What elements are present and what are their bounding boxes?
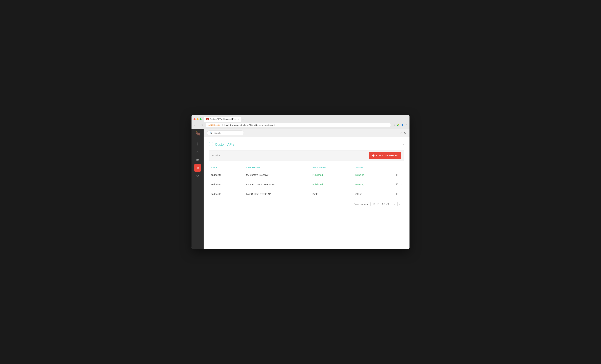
- pagination-next-button[interactable]: ›: [397, 202, 402, 206]
- cell-name: endpoint2: [209, 180, 244, 189]
- profile-button[interactable]: 👤: [401, 124, 404, 126]
- panel-title: Custom APIs: [215, 143, 234, 147]
- search-icon: 🔍: [210, 132, 212, 134]
- rows-per-page-label: Rows per page:: [354, 203, 369, 205]
- cell-description: My Custom Events API: [244, 170, 311, 180]
- minimize-traffic-light[interactable]: [197, 118, 199, 120]
- cell-description: Another Custom Events API: [244, 180, 311, 189]
- browser-tab-active[interactable]: M Custom API's - Moogsoft Expr... ×: [204, 117, 241, 122]
- close-traffic-light[interactable]: [193, 118, 196, 120]
- browser-chrome: M Custom API's - Moogsoft Expr... × + ‹ …: [191, 115, 410, 129]
- cell-actions: ›: [389, 180, 404, 189]
- address-bar[interactable]: ⚠ Not Secure | local.dev.moogsoft.cloud:…: [206, 123, 391, 127]
- svg-text:🐂: 🐂: [195, 131, 200, 137]
- svg-point-9: [211, 145, 211, 146]
- browser-window: M Custom API's - Moogsoft Expr... × + ‹ …: [191, 115, 410, 249]
- tab-close-button[interactable]: ×: [238, 118, 239, 120]
- settings-icon: ⚙: [196, 174, 199, 178]
- column-header-availability: AVAILABILITY: [311, 165, 353, 170]
- forward-button[interactable]: ›: [197, 123, 199, 127]
- svg-point-2: [210, 142, 210, 143]
- cell-availability: Published: [311, 170, 353, 180]
- traffic-lights: [193, 118, 201, 120]
- data-table: NAME DESCRIPTION AVAILABILITY STATUS end…: [209, 165, 404, 199]
- add-button-label: ADD A CUSTOM API: [376, 154, 398, 157]
- svg-point-4: [212, 142, 212, 143]
- browser-tabs: M Custom API's - Moogsoft Expr... × +: [204, 117, 408, 122]
- topbar: 🔍 ? C: [204, 129, 410, 137]
- table-row: endpoint2 Another Custom Events API Publ…: [209, 180, 404, 189]
- panel-close-button[interactable]: ×: [402, 143, 404, 146]
- tab-title: Custom API's - Moogsoft Expr...: [210, 118, 237, 120]
- cell-status: Running: [353, 180, 389, 189]
- navigate-row-button-0[interactable]: ›: [400, 173, 402, 177]
- topbar-actions: ? C: [400, 131, 406, 134]
- warning-icon: ⚠: [208, 124, 210, 126]
- address-url: local.dev.moogsoft.cloud:3001/#/integrat…: [225, 124, 274, 126]
- sidebar-item-metrics[interactable]: ▦: [194, 156, 201, 164]
- search-input[interactable]: [214, 132, 241, 134]
- cell-availability: Published: [311, 180, 353, 189]
- address-divider: |: [222, 124, 223, 127]
- search-box[interactable]: 🔍: [207, 130, 244, 135]
- extensions-button[interactable]: 🧩: [397, 124, 400, 126]
- sidebar-logo[interactable]: 🐂: [195, 131, 200, 137]
- column-header-description: DESCRIPTION: [244, 165, 311, 170]
- navigate-row-button-1[interactable]: ›: [400, 182, 402, 187]
- refresh-button[interactable]: C: [404, 131, 406, 134]
- delete-row-button-1[interactable]: [395, 182, 399, 187]
- back-button[interactable]: ‹: [193, 123, 196, 127]
- panel-grid-icon: [209, 142, 213, 147]
- cell-name: endpoint1: [209, 170, 244, 180]
- filter-label[interactable]: Filter: [215, 154, 221, 157]
- svg-text:M: M: [207, 118, 208, 120]
- pagination-prev-button[interactable]: ‹: [392, 202, 397, 206]
- sidebar-item-settings[interactable]: ⚙: [194, 172, 201, 180]
- cell-status: Running: [353, 170, 389, 180]
- browser-actions: ☆ 🧩 👤 ⋮: [393, 124, 408, 126]
- cell-actions: ›: [389, 170, 404, 180]
- column-header-actions: [389, 165, 404, 170]
- rows-per-page-select[interactable]: 10 25 50: [371, 202, 379, 206]
- rows-per-page-group: Rows per page: 10 25 50: [354, 202, 379, 206]
- security-label: Not Secure: [210, 124, 220, 126]
- menu-button[interactable]: ⋮: [405, 124, 408, 126]
- column-header-name: NAME: [209, 165, 244, 170]
- add-custom-api-button[interactable]: ⊕ ADD A CUSTOM API: [369, 152, 401, 159]
- svg-point-10: [212, 145, 212, 146]
- table-row: endpoint3 Last Custom Events API Draft O…: [209, 189, 404, 199]
- sidebar-item-integrations[interactable]: ⊕: [194, 164, 201, 172]
- filter-icon: ▼: [212, 154, 214, 157]
- sidebar: 🐂 ⣿ △ ▦ ⊕ ⚙: [191, 129, 204, 249]
- sidebar-item-topology[interactable]: ⣿: [194, 140, 201, 148]
- tab-favicon: M: [206, 118, 209, 120]
- help-button[interactable]: ?: [400, 131, 402, 134]
- svg-point-7: [212, 144, 212, 144]
- cell-description: Last Custom Events API: [244, 189, 311, 199]
- integrations-icon: ⊕: [196, 166, 199, 170]
- column-header-status: STATUS: [353, 165, 389, 170]
- navigate-row-button-2[interactable]: ›: [400, 192, 402, 196]
- svg-point-6: [211, 144, 211, 144]
- bookmark-button[interactable]: ☆: [393, 124, 395, 126]
- cell-actions: ›: [389, 189, 404, 199]
- maximize-traffic-light[interactable]: [200, 118, 201, 120]
- filter-input-group: ▼ Filter: [212, 154, 221, 157]
- plus-icon: ⊕: [372, 154, 375, 157]
- table-row: endpoint1 My Custom Events API Published…: [209, 170, 404, 180]
- app-content: 🐂 ⣿ △ ▦ ⊕ ⚙ 🔍: [191, 129, 410, 249]
- new-tab-button[interactable]: +: [241, 118, 245, 122]
- sidebar-item-alerts[interactable]: △: [194, 148, 201, 156]
- table-header-row: NAME DESCRIPTION AVAILABILITY STATUS: [209, 165, 404, 170]
- delete-row-button-0[interactable]: [395, 173, 399, 177]
- delete-row-button-2[interactable]: [395, 192, 399, 197]
- browser-addressbar: ‹ › ↻ ⚠ Not Secure | local.dev.moogsoft.…: [191, 122, 410, 129]
- topology-icon: ⣿: [197, 142, 199, 146]
- panel-header: Custom APIs ×: [209, 142, 404, 147]
- cell-name: endpoint3: [209, 189, 244, 199]
- reload-button[interactable]: ↻: [201, 123, 204, 127]
- pagination-nav: ‹ ›: [392, 202, 402, 206]
- panel: Custom APIs × ▼ Filter ⊕ ADD A CUSTOM AP…: [209, 142, 404, 209]
- metrics-icon: ▦: [196, 158, 199, 162]
- svg-point-3: [211, 142, 211, 143]
